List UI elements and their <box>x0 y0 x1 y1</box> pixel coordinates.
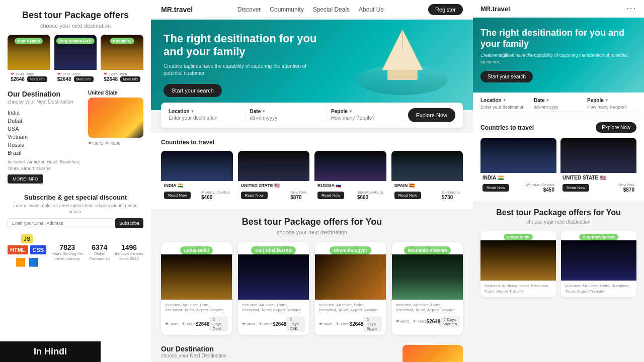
right-hero-title: The right desitination for you and your … <box>480 28 636 49</box>
country-name: SPAIN 🇪🇸 <box>391 181 463 189</box>
right-navbar: MR.travel ··· <box>473 0 644 18</box>
read-now-button[interactable]: Read Now <box>394 192 421 199</box>
countries-section: Countries to travel INDIA 🇮🇳 Read Now Mu… <box>151 133 473 209</box>
list-item: RUSSIA 🇷🇺 Read Now Sanjktbenburg$660 <box>314 151 386 203</box>
price: $660 <box>357 195 383 200</box>
stat-label: Years Serving the travel Industry <box>50 251 84 261</box>
more-info-button[interactable]: MORE INFO <box>8 174 43 184</box>
countries-grid: INDIA 🇮🇳 Read Now Mumbai Central$460 UNI… <box>161 151 463 203</box>
views-stat: 👁4595 <box>336 322 350 326</box>
likes-stat: ❤8645 <box>165 322 179 326</box>
right-location-field: Location ▼ <box>480 98 530 112</box>
hero-ship-visual <box>352 25 463 105</box>
nav-links: Discover Coummunity Special Deals About … <box>237 6 384 13</box>
lotus-package-image <box>161 254 232 300</box>
included-text: Included: Air ticket, Hotel, Breakfast, … <box>8 159 83 171</box>
likes-stat: ❤8645 <box>319 322 333 326</box>
right-date-input[interactable] <box>534 103 583 112</box>
nav-link-about[interactable]: About Us <box>359 6 383 13</box>
hindi-text: In Hindi <box>34 346 67 356</box>
people-input[interactable] <box>331 114 404 122</box>
date-label: Date ▼ <box>250 109 323 114</box>
views: 4566 <box>26 72 34 76</box>
india-image <box>161 151 233 181</box>
read-now-button[interactable]: Read Now <box>482 184 509 192</box>
list-item: Burj Khalifa-DXB Included: Air ticket, H… <box>561 231 636 297</box>
card-badge: Burj Khalifa-DXB <box>56 38 95 44</box>
days-badge: 5 Days Dehli <box>209 316 228 332</box>
nav-link-discover[interactable]: Discover <box>237 6 261 13</box>
packages-title: Best tour Package offers for You <box>161 217 463 227</box>
date-input[interactable] <box>250 114 323 122</box>
explore-button[interactable]: Explore Now <box>408 108 455 122</box>
included-text: Included: Air ticket, Hotel, Breakfast,T… <box>485 284 552 294</box>
nav-link-community[interactable]: Coummunity <box>270 6 303 13</box>
likes-stat: ❤8645 <box>242 322 256 326</box>
register-button[interactable]: Register <box>428 4 463 15</box>
location-input[interactable] <box>169 114 242 122</box>
right-countries-section: Countries to travel Explore Now INDIA 🇮🇳… <box>473 117 644 201</box>
more-info-button[interactable]: More Info <box>120 76 140 82</box>
price: $2648 <box>11 76 25 82</box>
more-info-button[interactable]: More Info <box>27 76 47 82</box>
list-item: Mountain-Vietnam Included: Air ticket, H… <box>392 242 463 335</box>
stat-label: Industry Awards since 2022 <box>115 251 143 261</box>
price: $2648 <box>104 76 118 82</box>
destination-image <box>88 98 143 138</box>
right-packages-grid: Lotus-Dehli Included: Air ticket, Hotel,… <box>480 231 636 297</box>
right-people-input[interactable] <box>587 103 636 112</box>
more-options-icon[interactable]: ··· <box>627 4 636 13</box>
read-now-button[interactable]: Read Now <box>241 192 268 199</box>
views: 4566 <box>119 72 127 76</box>
svg-rect-2 <box>387 70 418 80</box>
card-badge: Lotus-Dehli <box>15 38 43 44</box>
list-item: Lotus-Dehli ❤ 8645 4566 $2648 More Info <box>8 35 50 84</box>
destination-title: Our Destination <box>161 345 397 353</box>
spain-image <box>391 151 463 181</box>
right-packages-section: Best tour Package offers for You choose … <box>473 201 644 362</box>
countries-title: Countries to travel <box>161 139 463 146</box>
right-hero-cta-button[interactable]: Start your search <box>480 71 533 82</box>
read-now-button[interactable]: Read Now <box>562 184 589 192</box>
subscribe-button[interactable]: Subscribe <box>115 218 143 228</box>
chevron-down-icon: ▼ <box>349 109 353 114</box>
read-now-button[interactable]: Read Now <box>164 192 191 199</box>
location-field: Location ▼ <box>169 109 242 122</box>
right-explore-button[interactable]: Explore Now <box>596 122 636 133</box>
mountain-package-image <box>392 254 463 300</box>
center-logo: MR.travel <box>161 6 193 14</box>
tech-logos: JS HTML CSS 🟧 🟦 7823 Years Serving the t… <box>8 234 143 267</box>
price: $730 <box>442 195 460 200</box>
price: $2648 <box>427 319 441 324</box>
more-info-button[interactable]: More Info <box>74 76 94 82</box>
left-subtitle: choose your next destination <box>8 23 143 29</box>
pyramid-package-image <box>315 254 386 300</box>
hero-cta-button[interactable]: Start your search <box>164 84 222 97</box>
right-hero-subtitle: Creative taglines have the capability of… <box>480 52 636 65</box>
india-image <box>480 138 556 173</box>
destination-subtitle: choose your Next Destination <box>161 353 397 358</box>
stat-label: Global Partnership <box>89 251 110 261</box>
email-field[interactable] <box>8 218 113 228</box>
package-badge: Lotus-Dehli <box>180 246 213 254</box>
price: $870 <box>618 187 634 193</box>
list-item: Brazil <box>8 149 83 157</box>
city-label: Mumbai Central <box>526 183 554 187</box>
read-now-button[interactable]: Read Now <box>317 192 344 199</box>
right-packages-title: Best tour Package offers for You <box>480 208 636 217</box>
divider <box>246 108 246 123</box>
destination-subtitle: choose your Next Destination <box>8 99 83 105</box>
package-badge: Burj Khalifa-DXB <box>251 246 296 254</box>
stat-number: 7823 <box>50 243 84 251</box>
burj-package-image <box>238 254 309 300</box>
nav-link-special-deals[interactable]: Special Deals <box>313 6 350 13</box>
right-people-label: Pepole ▼ <box>587 98 636 103</box>
included-text: Included: Air ticket, Hotel, Breakfast, … <box>319 303 382 313</box>
right-date-label: Date ▼ <box>534 98 583 103</box>
divider <box>327 108 327 123</box>
location-label: Location ▼ <box>169 109 242 114</box>
stat-number: 6374 <box>89 243 110 251</box>
right-location-input[interactable] <box>480 103 530 112</box>
days-badge: 5 Days Egypt <box>363 316 382 332</box>
destination-list: India Dubai USA Vietnam Russia Brazil <box>8 109 83 157</box>
